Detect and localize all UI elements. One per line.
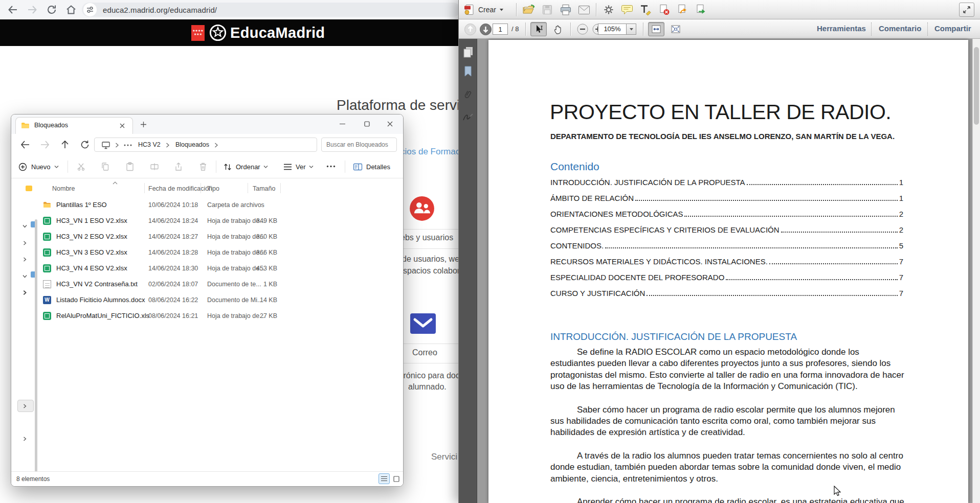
hand-tool-button[interactable] bbox=[550, 22, 566, 36]
fit-width-button[interactable] bbox=[648, 22, 664, 36]
email-button[interactable] bbox=[576, 3, 592, 17]
more-options-icon[interactable] bbox=[326, 165, 336, 168]
pdf-page[interactable]: PROYECTO EN TALLER DE RADIO. DEPARTAMENT… bbox=[488, 40, 968, 503]
tools-panel-button[interactable]: Herramientas bbox=[817, 24, 866, 33]
browser-back-icon[interactable] bbox=[7, 4, 18, 15]
table-row[interactable]: Plantillas 1º ESO 10/06/2024 10:18 Carpe… bbox=[38, 197, 399, 213]
tree-expanded-icon[interactable] bbox=[23, 274, 27, 279]
attachments-icon[interactable] bbox=[462, 89, 474, 101]
column-header-type[interactable]: Tipo bbox=[207, 185, 219, 192]
tree-collapsed-icon[interactable] bbox=[23, 290, 27, 295]
chevron-right-icon[interactable] bbox=[115, 143, 119, 148]
maximize-button[interactable] bbox=[359, 118, 374, 130]
previous-page-button[interactable] bbox=[463, 22, 477, 36]
minimize-button[interactable] bbox=[335, 118, 350, 130]
tab-close-icon[interactable] bbox=[119, 123, 125, 129]
toc-entry[interactable]: ORIENTACIONES METODOLÓGICAS2 bbox=[550, 210, 903, 225]
correo-caption[interactable]: Correo bbox=[412, 348, 437, 357]
export-pdf-button[interactable] bbox=[693, 3, 708, 17]
new-button[interactable]: Nuevo bbox=[18, 159, 62, 174]
toc-entry[interactable]: ESPECIALIDAD DOCENTE DEL PROFESORADO7 bbox=[550, 273, 903, 289]
column-header-date[interactable]: Fecha de modificación bbox=[148, 185, 212, 192]
breadcrumb-item[interactable]: HC3 V2 bbox=[138, 141, 161, 148]
toc-entry[interactable]: RECURSOS MATERIALES Y DIDÁCTICOS. INSTAL… bbox=[550, 257, 903, 273]
url-text[interactable]: educa2.madrid.org/educamadrid/ bbox=[103, 6, 217, 14]
open-file-button[interactable] bbox=[521, 3, 537, 17]
zoom-level-value[interactable]: 105% bbox=[598, 24, 627, 35]
print-button[interactable] bbox=[558, 3, 573, 17]
create-pdf-button[interactable]: Crear bbox=[463, 3, 512, 17]
toc-entry[interactable]: CURSO Y JUSTIFICACIÓN7 bbox=[550, 289, 903, 305]
tree-collapsed-icon[interactable] bbox=[23, 437, 27, 441]
page-number-input[interactable] bbox=[493, 24, 508, 35]
search-box[interactable] bbox=[321, 138, 397, 152]
table-row[interactable]: HC3_VN 3 ESO V2.xlsx 14/06/2024 18:28 Ho… bbox=[38, 245, 399, 261]
comment-bubble-button[interactable] bbox=[619, 3, 635, 17]
table-row[interactable]: HC3_VN 2 ESO V2.xlsx 14/06/2024 18:27 Ho… bbox=[38, 229, 399, 245]
address-box[interactable]: HC3 V2 Bloqueados bbox=[94, 138, 317, 152]
divider[interactable] bbox=[248, 183, 248, 193]
address-bar[interactable]: educa2.madrid.org/educamadrid/ bbox=[82, 3, 460, 17]
browser-home-icon[interactable] bbox=[65, 4, 77, 15]
zoom-out-button[interactable] bbox=[575, 22, 590, 36]
toc-entry[interactable]: COMPETENCIAS ESPECÍFICAS Y CRITERIOS DE … bbox=[550, 225, 903, 241]
tree-collapsed-icon[interactable] bbox=[24, 291, 26, 294]
breadcrumb-item[interactable]: Bloqueados bbox=[175, 141, 209, 148]
chevron-right-icon[interactable] bbox=[214, 143, 218, 148]
comment-panel-button[interactable]: Comentario bbox=[879, 24, 921, 33]
tree-scrollbar[interactable] bbox=[35, 219, 37, 477]
toc-entry[interactable]: ÁMBITO DE RELACIÓN1 bbox=[550, 194, 903, 210]
view-button[interactable]: Ver bbox=[283, 159, 317, 174]
browser-reload-icon[interactable] bbox=[46, 4, 57, 15]
educamadrid-brand[interactable]: EducaMadrid bbox=[230, 25, 325, 41]
breadcrumb-overflow-icon[interactable] bbox=[124, 144, 132, 146]
divider[interactable] bbox=[201, 183, 201, 193]
details-pane-button[interactable]: Detalles bbox=[353, 159, 400, 174]
toc-entry[interactable]: INTRODUCCIÓN. JUSTIFICACIÓN DE LA PROPUE… bbox=[550, 178, 903, 194]
refresh-icon[interactable] bbox=[80, 140, 90, 150]
delete-pages-button[interactable] bbox=[656, 3, 672, 17]
signatures-icon[interactable] bbox=[462, 111, 474, 124]
explorer-tab[interactable]: Bloqueados bbox=[15, 117, 133, 134]
table-row[interactable]: RelAluProMatUni_FICTICIO.xls 08/06/2024 … bbox=[38, 308, 399, 324]
back-icon[interactable] bbox=[20, 140, 30, 150]
highlight-text-button[interactable] bbox=[638, 3, 653, 17]
column-header-size[interactable]: Tamaño bbox=[253, 185, 275, 192]
new-tab-icon[interactable] bbox=[140, 121, 147, 128]
select-tool-button[interactable] bbox=[530, 22, 547, 36]
page-thumbnails-icon[interactable] bbox=[462, 46, 474, 58]
next-page-button[interactable] bbox=[478, 22, 493, 36]
table-row[interactable]: HC3_VN 4 ESO V2.xlsx 14/06/2024 18:30 Ho… bbox=[38, 261, 399, 277]
browser-forward-icon[interactable] bbox=[27, 4, 38, 15]
share-panel-button[interactable]: Compartir bbox=[934, 24, 971, 33]
table-row[interactable]: HC3_VN 1 ESO V2.xlsx 14/06/2024 18:24 Ho… bbox=[38, 213, 399, 229]
tree-expanded-icon[interactable] bbox=[23, 224, 27, 228]
search-input[interactable] bbox=[326, 141, 394, 148]
close-button[interactable] bbox=[382, 118, 397, 130]
up-icon[interactable] bbox=[60, 140, 70, 150]
toc-entry[interactable]: CONTENIDOS.5 bbox=[550, 241, 903, 257]
table-row[interactable]: W Listado Ficiticio Alumnos.docx 08/06/2… bbox=[38, 292, 399, 308]
this-pc-icon[interactable] bbox=[101, 141, 110, 150]
divider[interactable] bbox=[144, 183, 145, 193]
zoom-dropdown-button[interactable] bbox=[626, 24, 636, 35]
extract-pages-button[interactable] bbox=[675, 3, 690, 17]
bookmarks-icon[interactable] bbox=[462, 65, 474, 78]
tree-collapsed-icon[interactable] bbox=[23, 257, 27, 262]
sort-button[interactable]: Ordenar bbox=[223, 159, 270, 174]
reading-mode-button[interactable] bbox=[959, 3, 974, 17]
tree-selected-item[interactable] bbox=[17, 400, 34, 412]
tree-collapsed-icon[interactable] bbox=[23, 241, 27, 245]
settings-button[interactable] bbox=[601, 3, 616, 17]
large-icons-view-toggle[interactable] bbox=[391, 473, 402, 484]
divider[interactable] bbox=[280, 183, 281, 193]
column-header-name[interactable]: Nombre bbox=[52, 185, 75, 192]
formacion-link[interactable]: cios de Formac bbox=[400, 147, 460, 157]
forward-icon[interactable] bbox=[40, 140, 50, 150]
site-settings-icon[interactable] bbox=[83, 3, 97, 16]
fit-page-button[interactable] bbox=[667, 22, 684, 36]
pdf-scrollbar-thumb[interactable] bbox=[974, 47, 979, 125]
chevron-right-icon[interactable] bbox=[165, 143, 170, 148]
save-button[interactable] bbox=[540, 3, 555, 17]
table-row[interactable]: HC3_VN V2 Contraseña.txt 02/06/2024 18:0… bbox=[38, 277, 399, 292]
